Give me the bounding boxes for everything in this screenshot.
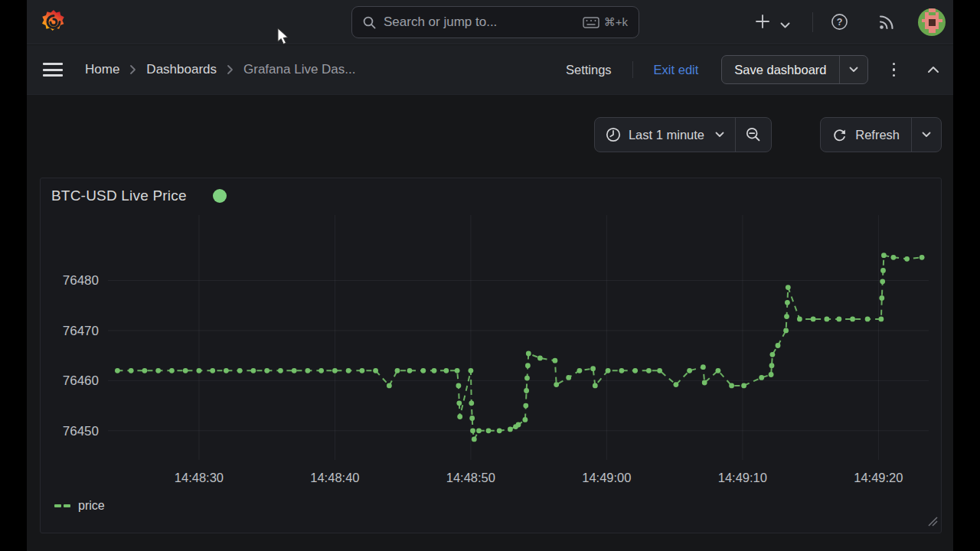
- refresh-icon: [832, 128, 847, 142]
- svg-text:14:49:20: 14:49:20: [854, 471, 903, 484]
- exit-edit-button[interactable]: Exit edit: [654, 63, 699, 77]
- chevron-down-icon: [780, 22, 790, 29]
- save-dashboard-button[interactable]: Save dashboard: [721, 55, 867, 84]
- screenshot-frame: Search or jump to... ⌘+k: [0, 0, 980, 551]
- svg-text:?: ?: [837, 17, 843, 28]
- refresh-interval-dropdown-toggle[interactable]: [912, 118, 941, 152]
- menu-toggle-button[interactable]: [43, 60, 63, 80]
- news-button[interactable]: [878, 13, 896, 34]
- plus-icon: [754, 13, 771, 30]
- time-range-control: Last 1 minute: [594, 117, 772, 152]
- clock-icon: [606, 127, 621, 142]
- user-avatar[interactable]: [918, 8, 946, 36]
- refresh-label: Refresh: [855, 128, 900, 142]
- time-range-label: Last 1 minute: [629, 128, 704, 142]
- btc-usd-panel[interactable]: BTC-USD Live Price 764507646076470764801…: [40, 178, 942, 533]
- toolbar-actions: Settings Exit edit Save dashboard: [566, 55, 953, 84]
- settings-button[interactable]: Settings: [566, 63, 612, 77]
- breadcrumb-current: Grafana Live Das...: [243, 62, 355, 77]
- time-range-picker-button[interactable]: Last 1 minute: [595, 118, 735, 152]
- chevron-down-icon: [849, 67, 858, 73]
- svg-text:14:48:50: 14:48:50: [446, 471, 495, 484]
- rss-icon: [878, 13, 896, 31]
- breadcrumb-home[interactable]: Home: [85, 62, 119, 77]
- collapse-controls-button[interactable]: [927, 66, 939, 73]
- dashboard-controls-row: Last 1 minute: [27, 96, 953, 153]
- help-icon: ?: [831, 13, 848, 31]
- help-button[interactable]: ?: [831, 13, 848, 34]
- legend-item-price[interactable]: price: [54, 499, 105, 513]
- refresh-control: Refresh: [820, 117, 942, 152]
- dashboard-toolbar: Home Dashboards Grafana Live Das... Sett…: [27, 45, 953, 95]
- chevron-down-icon: [922, 132, 931, 138]
- zoom-out-time-button[interactable]: [736, 118, 771, 152]
- breadcrumb: Home Dashboards Grafana Live Das...: [85, 62, 356, 77]
- svg-text:14:49:00: 14:49:00: [582, 471, 631, 484]
- top-nav-bar: Search or jump to... ⌘+k: [27, 0, 953, 44]
- svg-text:76480: 76480: [63, 273, 99, 288]
- grafana-app: Search or jump to... ⌘+k: [27, 0, 953, 551]
- svg-text:76460: 76460: [63, 373, 99, 388]
- chevron-right-icon: [227, 64, 234, 75]
- chevron-up-icon: [927, 66, 939, 73]
- legend-series-marker: [54, 504, 61, 507]
- add-new-dropdown-toggle[interactable]: [780, 18, 790, 32]
- breadcrumb-dashboards[interactable]: Dashboards: [146, 62, 217, 77]
- panel-resize-handle[interactable]: [926, 514, 938, 530]
- topnav-divider: [812, 12, 813, 32]
- price-chart[interactable]: 7645076460764707648014:48:3014:48:4014:4…: [41, 178, 942, 534]
- save-dashboard-dropdown-toggle[interactable]: [840, 67, 867, 73]
- svg-text:14:49:10: 14:49:10: [718, 471, 767, 484]
- chevron-down-icon: [715, 132, 724, 138]
- panel-menu-kebab-button[interactable]: [888, 60, 900, 80]
- top-nav-right-actions: ?: [27, 0, 953, 44]
- save-dashboard-label: Save dashboard: [722, 63, 838, 77]
- refresh-button[interactable]: Refresh: [821, 118, 911, 152]
- chevron-right-icon: [129, 64, 136, 75]
- svg-text:76470: 76470: [63, 324, 99, 338]
- toolbar-divider: [632, 61, 633, 78]
- svg-text:14:48:30: 14:48:30: [175, 471, 224, 484]
- legend-series-label: price: [78, 499, 105, 513]
- add-new-button[interactable]: [754, 13, 771, 33]
- svg-text:14:48:40: 14:48:40: [310, 471, 359, 484]
- svg-text:76450: 76450: [63, 424, 99, 439]
- zoom-out-icon: [746, 127, 761, 142]
